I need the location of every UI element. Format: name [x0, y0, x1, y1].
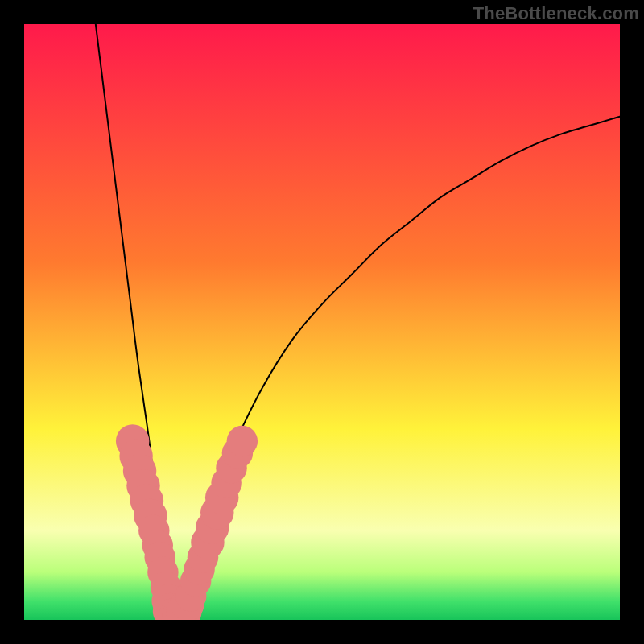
chart-background	[24, 24, 620, 620]
chart-frame: TheBottleneck.com	[0, 0, 644, 644]
plot-area	[24, 24, 620, 620]
chart-svg	[24, 24, 620, 620]
watermark-text: TheBottleneck.com	[473, 3, 639, 24]
data-marker	[227, 426, 258, 456]
